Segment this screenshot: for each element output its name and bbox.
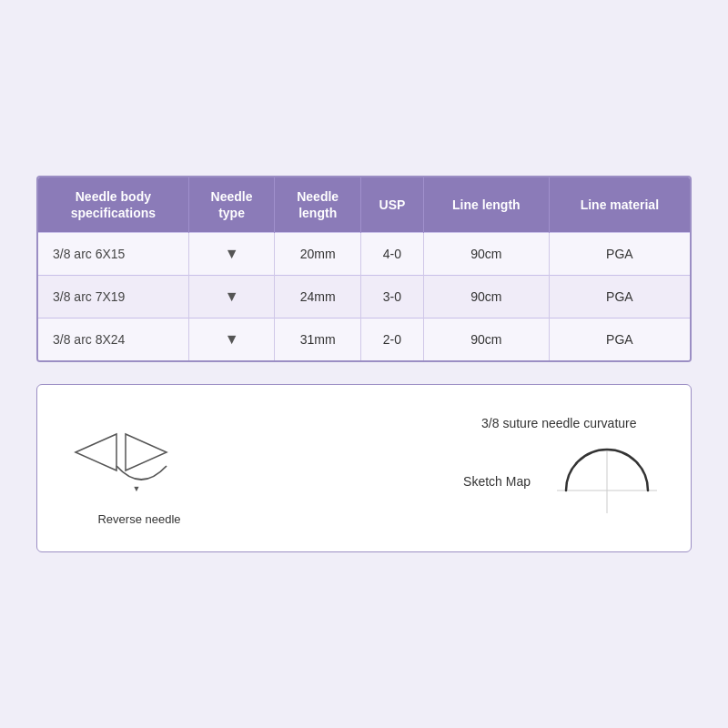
cell-line-length: 90cm <box>423 318 549 361</box>
diagram-right: 3/8 suture needle curvature Sketch Map <box>463 416 662 518</box>
cell-type: ▼ <box>188 276 275 318</box>
cell-line-length: 90cm <box>423 276 549 318</box>
needle-illustration: ▼ <box>66 407 212 498</box>
diagram-box: ▼ Reverse needle 3/8 suture needle curva… <box>36 384 692 552</box>
arc-diagram-svg <box>552 445 662 518</box>
cell-specs: 3/8 arc 8X24 <box>38 318 188 361</box>
reverse-needle-label: Reverse needle <box>97 512 180 526</box>
cell-usp: 4-0 <box>361 233 424 276</box>
col-header-length: Needlelength <box>275 177 361 233</box>
svg-text:▼: ▼ <box>133 484 141 493</box>
table-row: 3/8 arc 7X19 ▼ 24mm 3-0 90cm PGA <box>38 276 690 318</box>
col-header-usp: USP <box>361 177 424 233</box>
cell-material: PGA <box>549 233 690 276</box>
col-header-type: Needletype <box>188 177 275 233</box>
col-header-material: Line material <box>549 177 690 233</box>
main-container: Needle bodyspecifications Needletype Nee… <box>36 176 692 552</box>
specifications-table: Needle bodyspecifications Needletype Nee… <box>38 177 690 360</box>
cell-type: ▼ <box>188 318 275 361</box>
table-wrapper: Needle bodyspecifications Needletype Nee… <box>36 176 692 362</box>
cell-line-length: 90cm <box>423 233 549 276</box>
svg-marker-0 <box>76 434 116 470</box>
svg-marker-1 <box>126 434 167 470</box>
cell-specs: 3/8 arc 7X19 <box>38 276 188 318</box>
cell-usp: 3-0 <box>361 276 424 318</box>
diagram-left: ▼ Reverse needle <box>66 407 212 526</box>
cell-material: PGA <box>549 276 690 318</box>
cell-usp: 2-0 <box>361 318 424 361</box>
cell-type: ▼ <box>188 233 275 276</box>
col-header-line-length: Line length <box>423 177 549 233</box>
cell-specs: 3/8 arc 6X15 <box>38 233 188 276</box>
cell-length: 31mm <box>275 318 361 361</box>
col-header-specs: Needle bodyspecifications <box>38 177 188 233</box>
cell-length: 24mm <box>275 276 361 318</box>
table-row: 3/8 arc 6X15 ▼ 20mm 4-0 90cm PGA <box>38 233 690 276</box>
table-row: 3/8 arc 8X24 ▼ 31mm 2-0 90cm PGA <box>38 318 690 361</box>
cell-material: PGA <box>549 318 690 361</box>
curvature-title: 3/8 suture needle curvature <box>481 416 636 430</box>
needle-svg: ▼ <box>66 407 212 498</box>
sketch-row: Sketch Map <box>463 445 662 518</box>
table-header-row: Needle bodyspecifications Needletype Nee… <box>38 177 690 233</box>
cell-length: 20mm <box>275 233 361 276</box>
sketch-label: Sketch Map <box>463 474 531 489</box>
